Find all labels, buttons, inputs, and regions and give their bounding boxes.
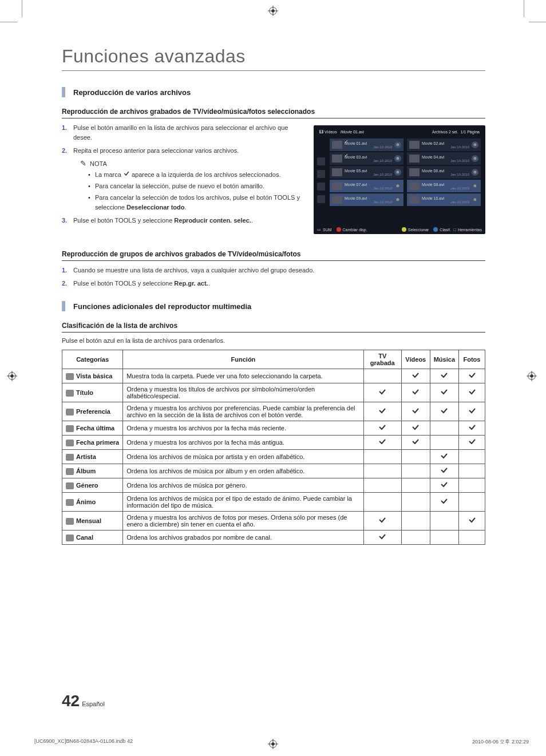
note-bullet: Para cancelar la selección, pulse de nue… bbox=[88, 181, 303, 191]
category-icon bbox=[66, 454, 74, 461]
step-number: 1. bbox=[62, 266, 73, 275]
ss-thumbnail bbox=[332, 141, 342, 149]
page-title: Funciones avanzadas bbox=[62, 46, 485, 71]
registration-mark-icon bbox=[7, 371, 17, 381]
ss-thumbnail bbox=[409, 141, 420, 149]
footer-right: 2010-08-06 오후 2:02:29 bbox=[472, 738, 529, 746]
print-footer: [UC6900_XC]BN68-02843A-01L06.indb 42 201… bbox=[34, 738, 529, 746]
cell-category: Género bbox=[62, 478, 123, 493]
ss-sidebar bbox=[317, 157, 325, 203]
category-icon bbox=[66, 440, 74, 446]
note-bullet: La marca aparece a la izquierda de los a… bbox=[88, 170, 303, 180]
cell-photos bbox=[459, 369, 485, 383]
ss-file-name: Movie 09.avi bbox=[345, 196, 392, 200]
category-icon bbox=[66, 468, 74, 475]
ss-file-name: Movie 01.avi bbox=[345, 141, 392, 145]
cell-videos bbox=[401, 493, 430, 512]
page-number: 42Español bbox=[62, 692, 105, 710]
cell-music bbox=[430, 512, 458, 531]
cell-photos bbox=[459, 531, 485, 545]
crop-mark bbox=[22, 0, 22, 17]
cell-videos bbox=[401, 478, 430, 493]
ss-file-name: Movie 03.avi bbox=[345, 155, 392, 159]
cell-videos bbox=[401, 383, 430, 402]
table-row: PreferenciaOrdena y muestra los archivos… bbox=[62, 402, 485, 421]
category-icon bbox=[66, 535, 74, 541]
check-icon bbox=[123, 170, 130, 177]
cell-tv bbox=[363, 421, 401, 436]
cell-photos bbox=[459, 450, 485, 464]
ss-file-date: Jan.10.2010 bbox=[345, 173, 392, 176]
crop-mark bbox=[524, 0, 524, 17]
ss-icon: 🎞 bbox=[319, 130, 323, 134]
ss-file-item: Movie 06.aviJan.10.2010⊕ bbox=[407, 166, 481, 179]
ss-file-name: Movie 07.avi bbox=[345, 183, 392, 187]
cell-function: Ordena los archivos de música por género… bbox=[123, 478, 364, 493]
table-row: GéneroOrdena los archivos de música por … bbox=[62, 478, 485, 493]
ss-file-name: Movie 08.avi bbox=[422, 183, 469, 187]
section-heading-playback: Reproducción de varios archivos bbox=[62, 87, 485, 97]
ss-file-date: Jan.10.2010 bbox=[422, 159, 469, 163]
table-row: ArtistaOrdena los archivos de música por… bbox=[62, 450, 485, 464]
crop-mark bbox=[529, 22, 546, 22]
cell-music bbox=[430, 436, 458, 450]
ss-thumbnail bbox=[332, 182, 342, 190]
ss-file-item: Movie 09.aviJan.10.2010⊕ bbox=[330, 193, 403, 206]
cell-photos bbox=[459, 383, 485, 402]
ss-selection-count: Archivos 2 sel. bbox=[432, 130, 458, 134]
blue-button-icon bbox=[433, 227, 438, 232]
cell-videos bbox=[401, 512, 430, 531]
cell-tv bbox=[363, 531, 401, 545]
cell-function: Ordena los archivos grabados por nombre … bbox=[123, 531, 364, 545]
cell-photos bbox=[459, 493, 485, 512]
note-icon: ✎ bbox=[80, 159, 86, 168]
th-photos: Fotos bbox=[459, 350, 485, 369]
check-icon: ✓ bbox=[345, 139, 349, 144]
cell-category: Fecha primera bbox=[62, 436, 123, 450]
footer-left: [UC6900_XC]BN68-02843A-01L06.indb 42 bbox=[34, 738, 133, 746]
cell-videos bbox=[401, 421, 430, 436]
ss-file-item: Movie 08.aviJan.10.2010⊕ bbox=[407, 180, 481, 192]
step-text: Pulse el botón TOOLS y seleccione Reprod… bbox=[73, 216, 303, 225]
ss-file-name: Movie 04.avi bbox=[422, 155, 469, 159]
registration-mark-icon bbox=[268, 6, 278, 16]
ss-file-date: Jan.10.2010 bbox=[345, 145, 392, 149]
ss-file-date: Jan.10.2010 bbox=[345, 159, 392, 163]
category-icon bbox=[66, 425, 74, 432]
cell-videos bbox=[401, 402, 430, 421]
cell-music bbox=[430, 369, 458, 383]
cell-music bbox=[430, 383, 458, 402]
cell-photos bbox=[459, 478, 485, 493]
cell-music bbox=[430, 464, 458, 478]
ss-page-indicator: 1/1 Página bbox=[461, 130, 480, 134]
ss-file-date: Jan.10.2010 bbox=[422, 187, 469, 190]
ss-file-item: Movie 04.aviJan.10.2010⊕ bbox=[407, 152, 481, 165]
ss-action-icon: ⊕ bbox=[472, 196, 478, 203]
ss-file-name: Movie 02.avi bbox=[422, 141, 469, 145]
ss-action-icon: ⊕ bbox=[394, 155, 401, 162]
step-text: Cuando se muestre una lista de archivos,… bbox=[73, 266, 485, 275]
ss-file-name: Movie 06.avi bbox=[422, 169, 469, 173]
ss-file-date: Jan.10.2010 bbox=[422, 173, 469, 176]
category-icon bbox=[66, 518, 74, 525]
cell-function: Ordena los archivos de música por el tip… bbox=[123, 493, 364, 512]
category-icon bbox=[66, 390, 74, 397]
table-row: Vista básicaMuestra toda la carpeta. Pue… bbox=[62, 369, 485, 383]
cell-category: Preferencia bbox=[62, 402, 123, 421]
ss-thumbnail bbox=[332, 168, 342, 176]
ss-thumbnail bbox=[332, 155, 342, 163]
sort-description: Pulse el botón azul en la lista de archi… bbox=[62, 337, 485, 344]
cell-photos bbox=[459, 402, 485, 421]
ss-thumbnail bbox=[409, 182, 420, 190]
ss-action-icon: ⊕ bbox=[394, 169, 401, 176]
cell-music bbox=[430, 478, 458, 493]
cell-category: Álbum bbox=[62, 464, 123, 478]
cell-music bbox=[430, 450, 458, 464]
sub-heading-selected-files: Reproducción de archivos grabados de TV/… bbox=[62, 108, 485, 118]
sub-heading-sort: Clasificación de la lista de archivos bbox=[62, 322, 485, 333]
cell-function: Ordena los archivos de música por artist… bbox=[123, 450, 364, 464]
cell-videos bbox=[401, 450, 430, 464]
ss-section-title: Vídeos bbox=[325, 130, 337, 134]
cell-category: Ánimo bbox=[62, 493, 123, 512]
cell-photos bbox=[459, 421, 485, 436]
